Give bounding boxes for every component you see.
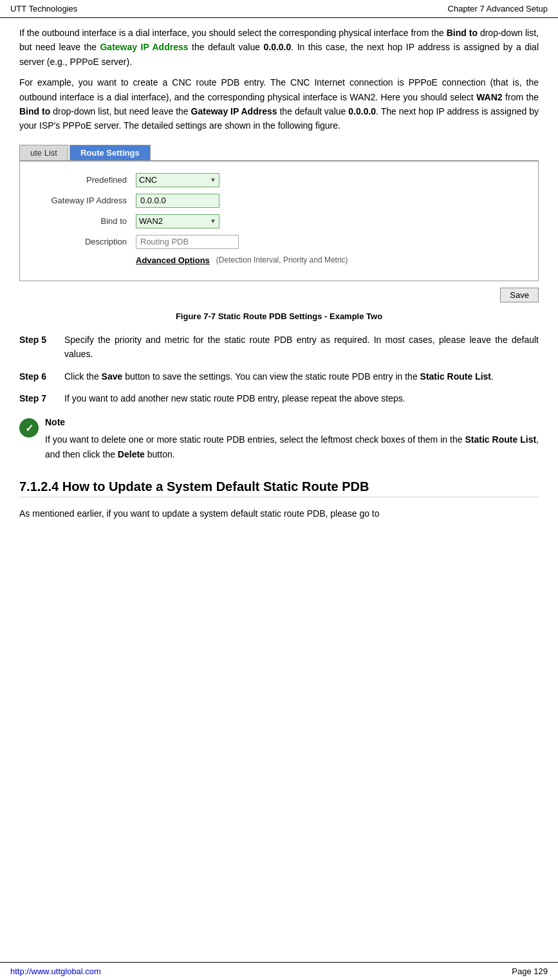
note-icon: ✓: [19, 418, 39, 438]
note-section: ✓ Note If you want to delete one or more…: [19, 417, 539, 461]
form-row-gateway: Gateway IP Address: [33, 194, 525, 208]
paragraph-2: For example, you want to create a CNC ro…: [19, 75, 539, 133]
section-paragraph: As mentioned earlier, if you want to upd…: [19, 506, 539, 521]
step-5-block: Step 5 Specify the priority and metric f…: [19, 333, 539, 362]
page-header: UTT Technologies Chapter 7 Advanced Setu…: [0, 0, 558, 18]
form-row-advanced: Advanced Options (Detection Interval, Pr…: [33, 255, 525, 265]
header-left: UTT Technologies: [10, 4, 77, 14]
bind-arrow: ▼: [210, 217, 216, 225]
form-panel: Predefined CNC ▼ Gateway IP Address Bind…: [19, 161, 539, 281]
gateway-input[interactable]: [136, 194, 219, 208]
footer-link[interactable]: http://www.uttglobal.com: [10, 966, 101, 976]
section-heading: 7.1.2.4 How to Update a System Default S…: [19, 479, 539, 497]
form-row-predefined: Predefined CNC ▼: [33, 173, 525, 187]
page-content: If the outbound interface is a dial inte…: [0, 18, 558, 540]
predefined-arrow: ▼: [210, 176, 216, 183]
tabs-area: ute List Route Settings: [19, 145, 539, 161]
step-6-block: Step 6 Click the Save button to save the…: [19, 369, 539, 384]
save-button[interactable]: Save: [500, 288, 539, 302]
form-row-bind: Bind to WAN2 ▼: [33, 214, 525, 228]
page-footer: http://www.uttglobal.com Page 129: [0, 962, 558, 980]
form-row-description: Description: [33, 235, 525, 249]
tab-route-settings[interactable]: Route Settings: [70, 145, 151, 160]
step-5-label: Step 5: [19, 333, 64, 362]
step-5-content: Specify the priority and metric for the …: [64, 333, 539, 362]
predefined-select[interactable]: CNC ▼: [136, 173, 219, 187]
gateway-control: [136, 194, 219, 208]
bind-label: Bind to: [33, 216, 136, 226]
step-7-content: If you want to add another new static ro…: [64, 391, 539, 405]
advanced-control: Advanced Options (Detection Interval, Pr…: [136, 255, 348, 265]
predefined-label: Predefined: [33, 175, 136, 185]
save-area: Save: [19, 288, 539, 302]
step-7-label: Step 7: [19, 391, 64, 405]
header-right: Chapter 7 Advanced Setup: [448, 4, 548, 14]
description-control: [136, 235, 239, 249]
tab-route-list[interactable]: ute List: [19, 145, 68, 160]
advanced-options-link[interactable]: Advanced Options: [136, 255, 210, 265]
bind-select[interactable]: WAN2 ▼: [136, 214, 219, 228]
predefined-control: CNC ▼: [136, 173, 219, 187]
description-input[interactable]: [136, 235, 239, 249]
bind-control: WAN2 ▼: [136, 214, 219, 228]
note-body: Note If you want to delete one or more s…: [45, 417, 539, 461]
advanced-note: (Detection Interval, Priority and Metric…: [216, 255, 348, 264]
step-7-block: Step 7 If you want to add another new st…: [19, 391, 539, 405]
paragraph-1: If the outbound interface is a dial inte…: [19, 26, 539, 69]
figure-caption: Figure 7-7 Static Route PDB Settings - E…: [19, 311, 539, 321]
note-text: If you want to delete one or more static…: [45, 432, 539, 461]
gateway-label: Gateway IP Address: [33, 196, 136, 205]
description-label: Description: [33, 237, 136, 246]
note-label: Note: [45, 417, 539, 427]
step-6-content: Click the Save button to save the settin…: [64, 369, 539, 384]
footer-page: Page 129: [512, 966, 548, 976]
step-6-label: Step 6: [19, 369, 64, 384]
